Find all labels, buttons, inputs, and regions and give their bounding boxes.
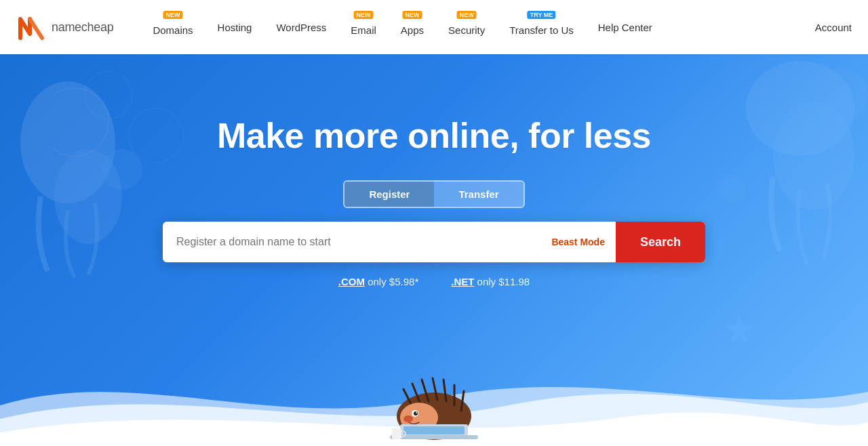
logo-icon xyxy=(16,12,46,42)
nav-label-apps: Apps xyxy=(401,24,424,36)
svg-rect-25 xyxy=(403,426,465,434)
domain-tabs: Register Transfer xyxy=(343,180,524,208)
pricing-net-text: only $11.98 xyxy=(477,276,530,287)
pricing-net: .NET only $11.98 xyxy=(451,276,530,287)
tab-register[interactable]: Register xyxy=(344,182,434,207)
nav-label-transfer: Transfer to Us xyxy=(509,24,573,36)
decoration-right xyxy=(678,54,868,285)
nav-item-security[interactable]: NEW Security xyxy=(436,0,497,54)
nav-items: NEW Domains Hosting WordPress NEW Email … xyxy=(140,0,802,54)
hero-title: Make more online, for less xyxy=(217,115,651,156)
tab-transfer[interactable]: Transfer xyxy=(434,182,523,207)
search-input-wrapper xyxy=(163,222,540,262)
hero-section: Make more online, for less Register Tran… xyxy=(0,54,868,446)
nav-label-security: Security xyxy=(448,24,485,36)
svg-point-21 xyxy=(414,411,418,415)
svg-point-23 xyxy=(403,415,413,422)
nav-item-domains[interactable]: NEW Domains xyxy=(140,0,205,54)
nav-label-account: Account xyxy=(815,22,852,33)
svg-point-5 xyxy=(814,68,868,122)
navbar: namecheap NEW Domains Hosting WordPress … xyxy=(0,0,868,54)
nav-badge-email: NEW xyxy=(354,11,374,19)
hero-content: Make more online, for less Register Tran… xyxy=(163,54,705,287)
nav-label-hosting: Hosting xyxy=(218,22,252,33)
nav-item-help[interactable]: Help Center xyxy=(586,0,665,54)
nav-item-email[interactable]: NEW Email xyxy=(338,0,389,54)
mascot xyxy=(366,348,502,446)
svg-point-6 xyxy=(719,176,746,203)
pricing-com-link[interactable]: .COM xyxy=(338,276,365,287)
nav-label-wordpress: WordPress xyxy=(276,22,326,33)
nav-item-account[interactable]: Account xyxy=(803,0,852,54)
nav-badge-security: NEW xyxy=(457,11,477,19)
nav-item-transfer[interactable]: TRY ME Transfer to Us xyxy=(497,0,585,54)
search-bar: Beast Mode Search xyxy=(163,222,705,262)
nav-badge-transfer: TRY ME xyxy=(528,11,556,19)
nav-label-domains: Domains xyxy=(153,24,193,36)
nav-badge-domains: NEW xyxy=(163,11,182,19)
svg-rect-27 xyxy=(392,428,401,439)
nav-item-wordpress[interactable]: WordPress xyxy=(264,0,338,54)
logo-link[interactable]: namecheap xyxy=(16,12,113,42)
svg-point-7 xyxy=(54,88,108,156)
pricing-com: .COM only $5.98* xyxy=(338,276,418,287)
pricing-net-link[interactable]: .NET xyxy=(451,276,474,287)
beast-mode-button[interactable]: Beast Mode xyxy=(540,222,616,262)
logo-text: namecheap xyxy=(52,20,113,35)
nav-label-help: Help Center xyxy=(598,22,652,33)
pricing-com-text: only $5.98* xyxy=(368,276,418,287)
nav-item-apps[interactable]: NEW Apps xyxy=(389,0,436,54)
nav-item-hosting[interactable]: Hosting xyxy=(205,0,264,54)
svg-point-22 xyxy=(416,412,417,413)
svg-point-8 xyxy=(85,71,132,119)
search-button[interactable]: Search xyxy=(616,222,705,262)
pricing-hints: .COM only $5.98* .NET only $11.98 xyxy=(338,276,530,287)
domain-search-input[interactable] xyxy=(176,236,527,248)
nav-label-email: Email xyxy=(351,24,376,36)
nav-badge-apps: NEW xyxy=(402,11,422,19)
